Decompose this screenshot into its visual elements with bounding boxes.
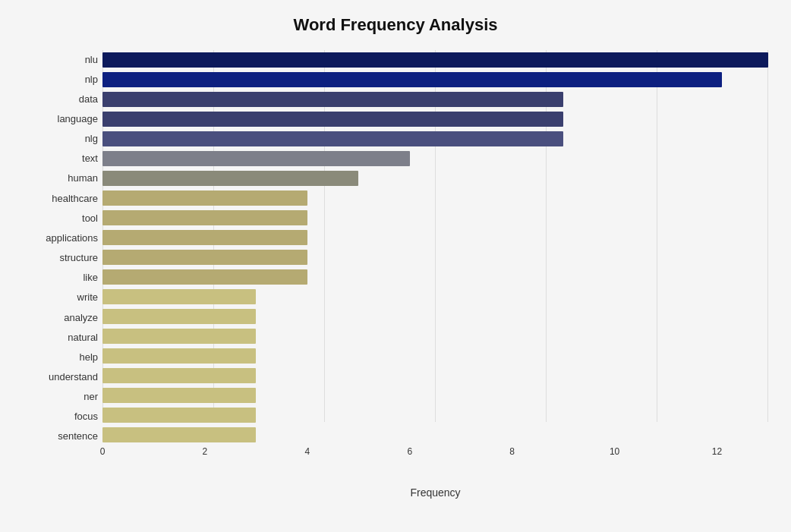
chart-container: Word Frequency Analysis nlunlpdatalangua… xyxy=(0,0,791,532)
chart-area: nlunlpdatalanguagenlgtexthumanhealthcare… xyxy=(23,50,768,468)
bar-focus xyxy=(102,408,256,423)
bar-healthcare xyxy=(102,190,307,206)
plot-area: Frequency 024681012 xyxy=(102,50,768,468)
bar-row-help xyxy=(102,347,768,365)
x-axis: Frequency 024681012 xyxy=(102,446,768,468)
y-label-applications: applications xyxy=(23,228,102,247)
bar-nlp xyxy=(102,72,722,87)
y-label-structure: structure xyxy=(23,249,102,267)
bar-text xyxy=(102,151,410,166)
bar-help xyxy=(102,348,256,364)
bar-tool xyxy=(102,210,307,225)
bar-structure xyxy=(102,250,307,265)
bar-row-ner xyxy=(102,386,768,405)
x-tick-2: 2 xyxy=(203,446,208,457)
x-tick-12: 12 xyxy=(712,446,722,457)
y-label-data: data xyxy=(23,90,102,108)
y-label-natural: natural xyxy=(23,328,102,346)
bar-row-structure xyxy=(102,248,768,266)
bar-row-focus xyxy=(102,406,768,424)
y-label-tool: tool xyxy=(23,209,102,227)
bar-like xyxy=(102,269,307,285)
bar-ner xyxy=(102,388,256,403)
bar-row-healthcare xyxy=(102,189,768,207)
bars-wrapper xyxy=(102,50,768,445)
bar-row-data xyxy=(102,90,768,109)
y-label-focus: focus xyxy=(23,408,102,426)
y-label-text: text xyxy=(23,150,102,168)
x-tick-0: 0 xyxy=(100,446,106,457)
y-label-ner: ner xyxy=(23,388,102,406)
x-tick-6: 6 xyxy=(407,446,412,457)
y-label-write: write xyxy=(23,288,102,307)
bar-row-natural xyxy=(102,327,768,345)
bar-language xyxy=(102,112,563,127)
y-label-healthcare: healthcare xyxy=(23,189,102,207)
bar-row-sentence xyxy=(102,426,768,444)
bar-row-language xyxy=(102,110,768,128)
y-label-nlu: nlu xyxy=(23,50,102,68)
y-label-help: help xyxy=(23,348,102,366)
bar-applications xyxy=(102,230,307,245)
bar-row-understand xyxy=(102,367,768,385)
x-tick-4: 4 xyxy=(305,446,310,457)
bar-row-applications xyxy=(102,228,768,247)
bar-sentence xyxy=(102,427,256,442)
bar-natural xyxy=(102,329,256,344)
bar-understand xyxy=(102,368,256,383)
bar-row-tool xyxy=(102,209,768,227)
bar-row-nlu xyxy=(102,51,768,69)
bar-row-analyze xyxy=(102,307,768,326)
y-label-like: like xyxy=(23,269,102,287)
y-label-nlg: nlg xyxy=(23,130,102,148)
x-tick-8: 8 xyxy=(509,446,515,457)
bar-human xyxy=(102,171,358,186)
y-label-analyze: analyze xyxy=(23,308,102,326)
x-axis-label: Frequency xyxy=(410,486,460,499)
bar-nlu xyxy=(102,52,768,68)
bar-row-human xyxy=(102,169,768,187)
bar-row-text xyxy=(102,150,768,168)
chart-title: Word Frequency Analysis xyxy=(23,15,768,35)
y-label-understand: understand xyxy=(23,368,102,386)
y-label-human: human xyxy=(23,169,102,187)
bar-row-like xyxy=(102,268,768,286)
y-label-language: language xyxy=(23,109,102,127)
bar-write xyxy=(102,289,256,304)
y-label-nlp: nlp xyxy=(23,70,102,88)
bar-nlg xyxy=(102,131,563,146)
bar-data xyxy=(102,92,563,107)
x-tick-10: 10 xyxy=(610,446,619,457)
y-axis: nlunlpdatalanguagenlgtexthumanhealthcare… xyxy=(23,50,102,468)
bar-row-nlp xyxy=(102,71,768,89)
y-label-sentence: sentence xyxy=(23,427,102,445)
bar-row-write xyxy=(102,288,768,306)
bar-row-nlg xyxy=(102,130,768,148)
bar-analyze xyxy=(102,309,256,324)
